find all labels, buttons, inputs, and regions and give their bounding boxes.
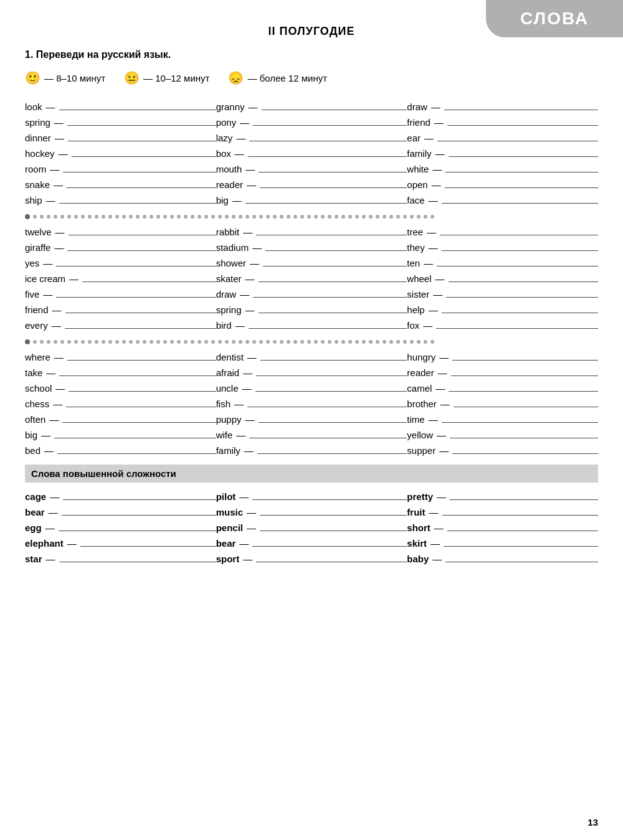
word-text: reader	[407, 367, 434, 378]
word-dash: —	[235, 148, 244, 159]
list-item: spring —	[216, 302, 407, 318]
word-dash: —	[55, 383, 65, 394]
list-item: tree —	[407, 224, 598, 240]
word-dash: —	[49, 507, 58, 517]
list-item: hungry —	[407, 349, 598, 365]
word-text: star	[25, 554, 42, 564]
word-dash: —	[437, 491, 446, 502]
word-dash: —	[434, 117, 444, 128]
list-item: family —	[407, 146, 598, 161]
word-dash: —	[245, 164, 255, 174]
list-item: they —	[407, 240, 598, 255]
list-item: twelve —	[25, 224, 216, 240]
time-text-2: — 10–12 минут	[143, 73, 209, 83]
list-item: wife —	[216, 427, 407, 443]
word-dash: —	[439, 352, 449, 362]
list-item: rabbit —	[216, 224, 407, 240]
word-dash: —	[46, 554, 55, 564]
page-number: 13	[587, 817, 598, 828]
word-dash: —	[424, 258, 433, 268]
list-item: big —	[25, 427, 216, 443]
word-text: school	[25, 383, 52, 394]
list-item: granny —	[216, 99, 407, 115]
word-dash: —	[429, 242, 438, 253]
word-grid-block1: look — granny — draw — spring — pony — f…	[25, 99, 598, 208]
list-item: face —	[407, 192, 598, 208]
word-dash: —	[240, 289, 249, 300]
word-text: cage	[25, 491, 46, 502]
word-dash: —	[52, 320, 61, 331]
word-text: big	[216, 195, 229, 205]
word-dash: —	[243, 554, 252, 564]
task-label: 1. Переведи на русский язык.	[25, 49, 598, 60]
word-text: dinner	[25, 133, 51, 143]
word-dash: —	[240, 117, 249, 128]
word-text: spring	[216, 304, 242, 315]
word-dash: —	[245, 273, 255, 284]
list-item: dinner —	[25, 130, 216, 146]
word-text: pencil	[216, 522, 243, 533]
word-dash: —	[249, 101, 258, 112]
word-text: skirt	[407, 538, 427, 549]
word-text: mouth	[216, 164, 242, 174]
word-dash: —	[50, 491, 59, 502]
word-text: supper	[407, 445, 435, 456]
word-dash: —	[45, 522, 55, 533]
list-item: uncle —	[216, 380, 407, 396]
list-item: room —	[25, 161, 216, 177]
list-item: pilot —	[216, 489, 407, 504]
word-text: fish	[216, 399, 231, 409]
time-item-1: 🙂 — 8–10 минут	[25, 70, 105, 85]
list-item: lazy —	[216, 130, 407, 146]
list-item: often —	[25, 412, 216, 427]
word-text: baby	[407, 554, 429, 564]
list-item: yes —	[25, 255, 216, 271]
list-item: pretty —	[407, 489, 598, 504]
word-text: camel	[407, 383, 432, 394]
list-item: sport —	[216, 551, 407, 567]
banner-text: СЛОВА	[520, 9, 589, 28]
list-item: time —	[407, 412, 598, 427]
list-item: star —	[25, 551, 216, 567]
word-dash: —	[46, 367, 55, 378]
list-item: reader —	[407, 365, 598, 380]
word-text: skater	[216, 273, 242, 284]
word-text: bear	[25, 507, 45, 517]
list-item: fox —	[407, 318, 598, 333]
word-text: where	[25, 352, 50, 362]
word-dash: —	[54, 242, 64, 253]
list-item: skater —	[216, 271, 407, 286]
word-text: reader	[216, 179, 243, 190]
word-dash: —	[247, 522, 256, 533]
word-text: fruit	[407, 507, 425, 517]
complexity-header: Слова повышенной сложности	[25, 465, 598, 483]
list-item: reader —	[216, 177, 407, 192]
word-text: music	[216, 507, 243, 517]
word-dash: —	[239, 491, 249, 502]
word-dash: —	[247, 179, 256, 190]
list-item: ten —	[407, 255, 598, 271]
word-dash: —	[423, 320, 432, 331]
list-item: snake —	[25, 177, 216, 192]
word-dash: —	[435, 383, 445, 394]
word-text: white	[407, 164, 429, 174]
word-dash: —	[247, 507, 256, 517]
word-dash: —	[43, 289, 52, 300]
word-dash: —	[429, 414, 438, 425]
time-text-1: — 8–10 минут	[44, 73, 105, 83]
word-dash: —	[429, 304, 438, 315]
list-item: spring —	[25, 115, 216, 130]
word-dash: —	[430, 538, 440, 549]
word-dash: —	[53, 399, 62, 409]
word-dash: —	[432, 554, 442, 564]
word-text: draw	[216, 289, 237, 300]
word-dash: —	[43, 258, 52, 268]
word-dash: —	[54, 117, 64, 128]
time-item-2: 😐 — 10–12 минут	[124, 70, 209, 85]
word-dash: —	[247, 352, 257, 362]
word-text: giraffe	[25, 242, 50, 253]
word-text: egg	[25, 522, 42, 533]
word-text: wheel	[407, 273, 431, 284]
list-item: draw —	[407, 99, 598, 115]
word-text: ten	[407, 258, 420, 268]
